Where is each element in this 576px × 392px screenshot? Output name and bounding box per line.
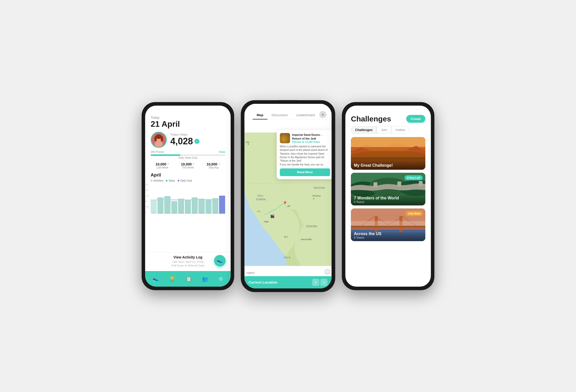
nav-team-icon[interactable]: 👥 [202, 276, 208, 282]
legend-activities-dot [151, 180, 152, 182]
svg-rect-42 [419, 181, 423, 186]
info-button[interactable]: i [325, 269, 330, 274]
goal-bar-row: 265 Points View [151, 150, 225, 153]
goal-points: 265 Points [151, 150, 164, 153]
bar-15: 15 [178, 184, 184, 214]
legend-goal: Daily Goal [178, 179, 192, 182]
goal-bar-section: 265 Points View Daily Steps Goal [151, 150, 225, 159]
challenge-card-1[interactable]: My Great Challenge! [351, 137, 425, 170]
fab-button[interactable]: 👟 [214, 255, 226, 267]
chart-legend: Activities Steps Daily Goal [151, 179, 225, 182]
read-more-button[interactable]: Read More [280, 168, 330, 176]
legend-steps-dot [166, 180, 168, 182]
legend-goal-dot [178, 180, 179, 182]
date-header: Today 21 April [151, 116, 225, 129]
stat-this-week-num: 10,000 ✓ [176, 162, 199, 166]
popup-thumbnail [280, 133, 290, 143]
svg-text:FORNIA: FORNIA [256, 198, 266, 201]
svg-text:🎬: 🎬 [270, 213, 275, 218]
map-popup: Imperial Sand Dunes - Return of the Jedi… [277, 130, 332, 179]
close-button[interactable]: ✕ [319, 111, 326, 118]
svg-point-2 [155, 141, 163, 147]
goal-bar-fill [151, 154, 180, 156]
bar-chart: 15k 10k 7.5k 5k 2.5k 0 11121314151617181… [151, 184, 225, 219]
challenges-header: Challenges Create [345, 106, 431, 123]
steps-count: 4,028 ✓ [170, 136, 225, 147]
stat-avg-lbl: 7day Avg [202, 166, 225, 169]
card-3-title: Across the US [354, 232, 422, 236]
create-button[interactable]: Create [406, 115, 425, 123]
phone-notch-challenges [378, 102, 398, 104]
svg-rect-41 [397, 182, 401, 187]
svg-text:Lo...: Lo... [257, 210, 262, 212]
bar-19: 19 [205, 184, 212, 214]
svg-text:B.C.: B.C. [284, 236, 289, 238]
challenges-title: Challenges [351, 115, 391, 123]
steps-label: Today's Steps [170, 133, 225, 136]
challenge-card-2[interactable]: 7 Wonders of the World 6 Teams 9 Day Lef… [351, 173, 425, 205]
stat-this-week: 10,000 ✓ This Week [176, 162, 199, 169]
tab-join[interactable]: Join [377, 126, 391, 134]
tab-leaderboard[interactable]: Leaderboard [292, 111, 319, 119]
card-2-overlay: 7 Wonders of the World 6 Teams [351, 193, 425, 205]
challenges-screen: Challenges Create Challenges Join Invite… [345, 106, 431, 287]
phone-activity: Today 21 April [142, 102, 234, 290]
goal-bar-bg [151, 154, 225, 156]
svg-text:ARIZONA: ARIZONA [314, 187, 325, 189]
nav-settings-icon[interactable]: ⚙ [219, 276, 223, 282]
bar-12: 12 [157, 184, 163, 214]
stat-avg-num: 10,000 ✓ [202, 162, 225, 166]
svg-text:📍: 📍 [282, 201, 288, 206]
steps-check: ✓ [194, 139, 199, 144]
card-1-overlay: My Great Challenge! [351, 161, 425, 170]
phone-notch-map [278, 100, 298, 102]
view-activity-log-button[interactable]: View Activity Log [173, 255, 202, 259]
tab-map[interactable]: Map [253, 111, 267, 119]
popup-thumb-inner [280, 133, 290, 143]
bar-18: 18 [198, 184, 204, 214]
svg-rect-40 [374, 182, 377, 187]
tab-bar: Map Discussion Leaderboard [249, 111, 327, 120]
svg-text:B.C.S.: B.C.S. [284, 256, 291, 258]
nav-trophy-icon[interactable]: 🏆 [169, 276, 176, 282]
chart-section: April Activities Steps [151, 172, 225, 219]
steps-number: 4,028 [170, 136, 193, 147]
bar-14: 14 [171, 184, 177, 214]
stat-last-week-lbl: Last Week [151, 166, 174, 169]
weekly-stats: 10,000 ✓ Last Week 10,000 ✓ This Week [151, 162, 225, 169]
map-screen: ✕ Map Discussion Leaderboard [244, 104, 332, 288]
tab-discussion[interactable]: Discussion [267, 111, 292, 119]
svg-rect-54 [351, 221, 425, 226]
svg-text:...iego: ...iego [262, 220, 269, 223]
card-3-meta: 6 Teams [354, 236, 422, 239]
popup-description: When Lucasfilm wanted to represent the d… [280, 145, 330, 166]
goal-view-link[interactable]: View [219, 150, 225, 153]
current-location-label: Current Location [249, 280, 277, 284]
phone-notch [178, 102, 198, 104]
y-axis-labels: 15k 10k 7.5k 5k 2.5k 0 [145, 184, 149, 214]
tab-invites[interactable]: Invites [391, 126, 409, 134]
bar-20: 20 [212, 184, 218, 214]
challenge-card-3[interactable]: Across the US 6 Teams Join Now [351, 208, 425, 241]
challenge-cards: My Great Challenge! [345, 134, 431, 287]
nav-log-icon[interactable]: 📋 [186, 276, 192, 282]
stat-last-week: 10,000 ✓ Last Week [151, 162, 174, 169]
card-3-overlay: Across the US 6 Teams [351, 229, 425, 241]
stat-this-week-lbl: This Week [176, 166, 199, 169]
avatar [151, 132, 167, 148]
steps-row: Today's Steps 4,028 ✓ [151, 132, 225, 148]
card-2-meta: 6 Teams [354, 200, 422, 203]
refresh-text: Pull Down to Refresh Data [151, 264, 225, 267]
activity-content: Today 21 April [145, 106, 231, 252]
bar-21: 21 [219, 184, 225, 214]
tab-challenges[interactable]: Challenges [351, 126, 377, 134]
legend-activities: Activities [151, 179, 163, 182]
date-today: Today [151, 116, 225, 119]
popup-steps: Passed at 13,269 steps [292, 140, 330, 143]
next-button[interactable]: > [320, 279, 328, 286]
nav-steps-icon[interactable]: 👟 [153, 276, 159, 282]
nav-arrows: < > [312, 279, 327, 286]
stat-last-week-num: 10,000 ✓ [151, 162, 174, 166]
card-1-title: My Great Challenge! [354, 163, 422, 168]
prev-button[interactable]: < [312, 279, 319, 286]
